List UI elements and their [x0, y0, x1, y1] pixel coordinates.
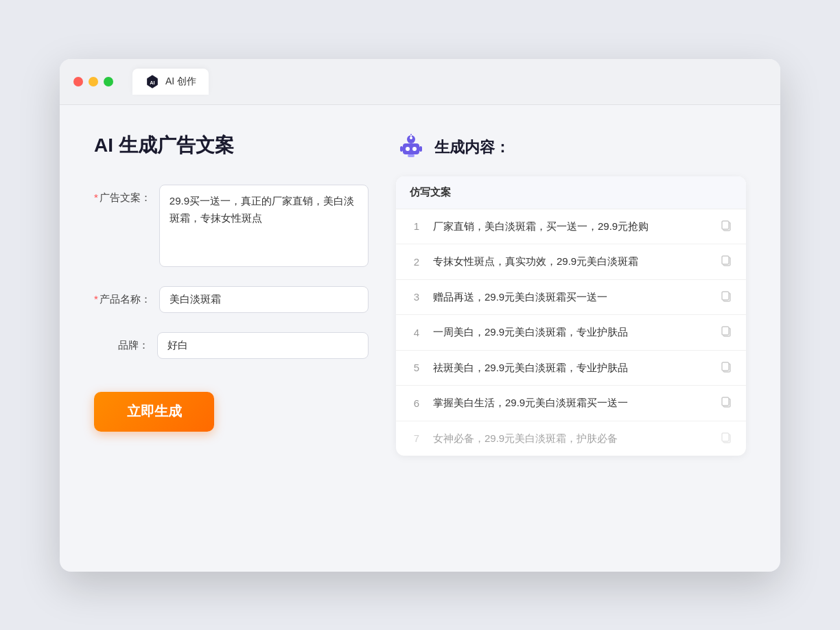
copy-icon[interactable]	[720, 219, 732, 234]
left-panel: AI 生成广告文案 *广告文案： 29.9买一送一，真正的厂家直销，美白淡斑霜，…	[94, 132, 369, 544]
svg-text:AI: AI	[150, 79, 154, 85]
row-text: 赠品再送，29.9元美白淡斑霜买一送一	[433, 290, 710, 305]
results-title: 生成内容：	[434, 137, 510, 158]
svg-rect-19	[722, 327, 729, 335]
brand-input[interactable]: 好白	[157, 332, 369, 359]
svg-point-11	[410, 133, 412, 135]
results-header: 生成内容：	[396, 132, 746, 163]
row-text: 专抹女性斑点，真实功效，29.9元美白淡斑霜	[433, 254, 710, 270]
robot-icon	[396, 132, 426, 163]
product-name-input[interactable]: 美白淡斑霜	[159, 286, 369, 313]
tab-label: AI 创作	[165, 75, 196, 88]
product-name-label: *产品名称：	[94, 286, 151, 306]
ai-creation-tab[interactable]: AI AI 创作	[132, 69, 209, 95]
svg-rect-21	[722, 362, 729, 371]
svg-rect-25	[722, 433, 729, 441]
svg-rect-23	[722, 397, 729, 406]
copy-icon[interactable]	[720, 360, 732, 375]
copy-icon[interactable]	[720, 395, 732, 410]
product-name-required: *	[94, 293, 98, 305]
svg-rect-17	[722, 292, 729, 300]
right-panel: 生成内容： 仿写文案 1厂家直销，美白淡斑霜，买一送一，29.9元抢购2专抹女性…	[396, 132, 746, 544]
ad-copy-label: *广告文案：	[94, 185, 151, 205]
result-row: 6掌握美白生活，29.9元美白淡斑霜买一送一	[396, 386, 746, 421]
row-number: 5	[410, 362, 423, 373]
copy-icon[interactable]	[720, 290, 732, 305]
svg-point-7	[412, 147, 417, 151]
svg-rect-15	[722, 256, 729, 264]
copy-icon[interactable]	[720, 325, 732, 340]
row-text: 厂家直销，美白淡斑霜，买一送一，29.9元抢购	[433, 219, 710, 235]
svg-rect-13	[722, 221, 729, 229]
ad-copy-required: *	[94, 191, 98, 203]
row-number: 6	[410, 397, 423, 409]
svg-rect-5	[419, 146, 422, 152]
result-row: 1厂家直销，美白淡斑霜，买一送一，29.9元抢购	[396, 209, 746, 245]
product-name-group: *产品名称： 美白淡斑霜	[94, 286, 369, 313]
ad-copy-group: *广告文案： 29.9买一送一，真正的厂家直销，美白淡斑霜，专抹女性斑点	[94, 185, 369, 267]
close-button[interactable]	[73, 77, 83, 86]
minimize-button[interactable]	[89, 77, 98, 86]
table-header: 仿写文案	[396, 176, 746, 209]
results-table: 仿写文案 1厂家直销，美白淡斑霜，买一送一，29.9元抢购2专抹女性斑点，真实功…	[396, 176, 746, 456]
row-number: 1	[410, 220, 423, 232]
title-bar: AI AI 创作	[60, 59, 780, 105]
page-title: AI 生成广告文案	[94, 132, 369, 159]
row-number: 3	[410, 291, 423, 303]
browser-window: AI AI 创作 AI 生成广告文案 *广告文案： 29.9买一送一，真正的厂家…	[60, 59, 780, 572]
row-text: 女神必备，29.9元美白淡斑霜，护肤必备	[433, 431, 710, 447]
copy-icon[interactable]	[720, 431, 732, 446]
maximize-button[interactable]	[104, 77, 113, 86]
result-row: 5祛斑美白，29.9元美白淡斑霜，专业护肤品	[396, 351, 746, 386]
result-row: 3赠品再送，29.9元美白淡斑霜买一送一	[396, 280, 746, 316]
svg-rect-3	[403, 143, 419, 154]
row-number: 2	[410, 256, 423, 268]
ai-tab-icon: AI	[145, 74, 160, 89]
generate-button[interactable]: 立即生成	[94, 392, 214, 432]
traffic-lights	[73, 77, 113, 86]
result-row: 2专抹女性斑点，真实功效，29.9元美白淡斑霜	[396, 244, 746, 280]
copy-icon[interactable]	[720, 254, 732, 269]
svg-rect-8	[408, 154, 415, 157]
brand-label: 品牌：	[94, 332, 149, 352]
result-row: 7女神必备，29.9元美白淡斑霜，护肤必备	[396, 421, 746, 456]
result-row: 4一周美白，29.9元美白淡斑霜，专业护肤品	[396, 315, 746, 351]
results-list: 1厂家直销，美白淡斑霜，买一送一，29.9元抢购2专抹女性斑点，真实功效，29.…	[396, 209, 746, 456]
row-number: 4	[410, 327, 423, 338]
row-number: 7	[410, 432, 423, 444]
brand-group: 品牌： 好白	[94, 332, 369, 359]
svg-point-6	[406, 147, 410, 151]
row-text: 掌握美白生活，29.9元美白淡斑霜买一送一	[433, 395, 710, 411]
svg-rect-4	[400, 146, 403, 152]
row-text: 一周美白，29.9元美白淡斑霜，专业护肤品	[433, 325, 710, 340]
row-text: 祛斑美白，29.9元美白淡斑霜，专业护肤品	[433, 360, 710, 376]
content-area: AI 生成广告文案 *广告文案： 29.9买一送一，真正的厂家直销，美白淡斑霜，…	[60, 105, 780, 572]
ad-copy-input[interactable]: 29.9买一送一，真正的厂家直销，美白淡斑霜，专抹女性斑点	[159, 185, 369, 267]
